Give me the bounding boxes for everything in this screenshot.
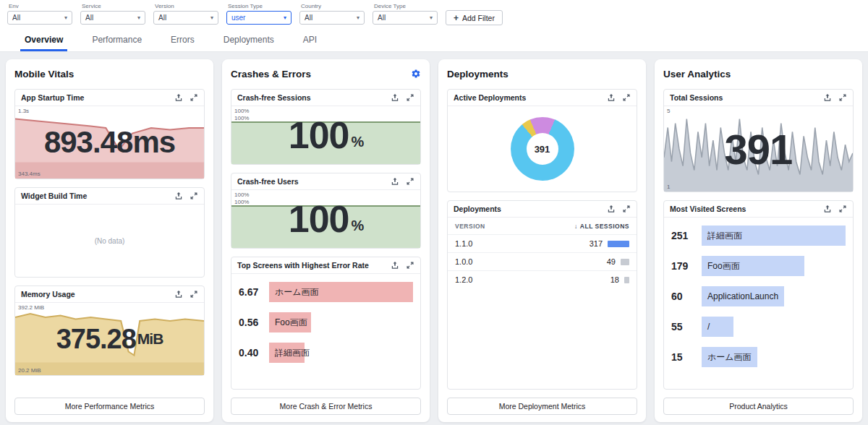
bar-row[interactable]: 55/ xyxy=(664,312,853,342)
bar-track: 詳細画面 xyxy=(269,343,413,363)
panel-title: Mobile Vitals xyxy=(14,69,74,80)
filter-device-type-select[interactable]: All ▾ xyxy=(373,11,438,25)
bar-value: 55 xyxy=(671,321,694,332)
card-memory-usage: Memory Usage 392.2 MiB 20.2 MiB 375.28Mi… xyxy=(14,286,205,376)
export-icon[interactable] xyxy=(174,93,183,102)
bar-value: 251 xyxy=(671,230,694,241)
export-icon[interactable] xyxy=(174,290,183,299)
bar-track: / xyxy=(702,317,846,337)
more-crash-error-metrics-button[interactable]: More Crash & Error Metrics xyxy=(231,398,421,415)
bar-row[interactable]: 251詳細画面 xyxy=(664,220,853,251)
most-visited-bar-list: 251詳細画面179Foo画面60ApplicationLaunch55/15ホ… xyxy=(664,218,853,375)
more-deployment-metrics-button[interactable]: More Deployment Metrics xyxy=(447,398,637,415)
product-analytics-button[interactable]: Product Analytics xyxy=(663,398,854,415)
filter-session-type-select[interactable]: user ▾ xyxy=(226,11,292,25)
chevron-down-icon: ▾ xyxy=(430,14,433,21)
card-widget-build-time: Widget Build Time (No data) xyxy=(14,187,205,278)
bar-row[interactable]: 60ApplicationLaunch xyxy=(664,281,853,312)
export-icon[interactable] xyxy=(391,93,399,102)
filter-env-select[interactable]: All ▾ xyxy=(7,11,72,25)
export-icon[interactable] xyxy=(823,93,832,102)
export-icon[interactable] xyxy=(823,205,832,213)
bar-fill: ApplicationLaunch xyxy=(702,286,784,306)
bar-fill: Foo画面 xyxy=(269,312,311,332)
filter-value: user xyxy=(231,14,245,22)
expand-icon[interactable] xyxy=(838,93,847,102)
total-sessions-chart[interactable]: 5 1 391 xyxy=(664,106,853,192)
card-crash-free-users: Crash-free Users 100% 100% 100% xyxy=(231,173,421,249)
deployment-session-count: 49 xyxy=(607,257,616,266)
bar-track: 詳細画面 xyxy=(702,226,846,246)
bar-row[interactable]: 6.67ホーム画面 xyxy=(231,277,420,307)
export-icon[interactable] xyxy=(607,205,616,213)
tab-performance[interactable]: Performance xyxy=(77,27,156,51)
tab-deployments[interactable]: Deployments xyxy=(209,27,289,51)
crash-free-sessions-chart[interactable]: 100% 100% 100% xyxy=(231,106,420,164)
add-filter-button[interactable]: + Add Filter xyxy=(446,10,503,25)
deployment-row[interactable]: 1.1.0317 xyxy=(448,234,637,252)
filter-country-select[interactable]: All ▾ xyxy=(299,11,365,25)
deployment-row[interactable]: 1.0.049 xyxy=(448,252,637,270)
chevron-down-icon: ▾ xyxy=(284,14,286,21)
bar-track: ApplicationLaunch xyxy=(702,286,846,306)
card-title: Total Sessions xyxy=(670,93,723,102)
tab-bar: Overview Performance Errors Deployments … xyxy=(0,27,868,52)
bar-value: 15 xyxy=(671,351,694,363)
card-most-visited-screens: Most Visited Screens 251詳細画面179Foo画面60Ap… xyxy=(663,200,854,390)
bar-row[interactable]: 0.40詳細画面 xyxy=(231,338,420,368)
donut[interactable]: 391 xyxy=(511,117,574,181)
y-axis-max: 5 xyxy=(667,108,670,114)
expand-icon[interactable] xyxy=(190,290,198,299)
expand-icon[interactable] xyxy=(838,205,847,213)
bar-track: Foo画面 xyxy=(702,256,846,276)
tab-errors[interactable]: Errors xyxy=(156,27,209,51)
expand-icon[interactable] xyxy=(622,93,631,102)
expand-icon[interactable] xyxy=(190,192,198,200)
expand-icon[interactable] xyxy=(622,205,631,213)
column-header-version: VERSION xyxy=(455,223,485,230)
y-axis-max: 100% xyxy=(234,192,249,198)
card-crash-free-sessions: Crash-free Sessions 100% 100% 100% xyxy=(231,89,421,165)
bar-row[interactable]: 15ホーム画面 xyxy=(664,342,853,372)
export-icon[interactable] xyxy=(607,93,616,102)
deployment-row[interactable]: 1.2.018 xyxy=(448,270,637,288)
bar-track: Foo画面 xyxy=(269,312,413,332)
panel-crashes-errors: Crashes & Errors Crash-free Sessions 100… xyxy=(222,59,430,422)
no-data-message: (No data) xyxy=(15,205,204,277)
bar-row[interactable]: 179Foo画面 xyxy=(664,251,853,281)
export-icon[interactable] xyxy=(391,261,399,270)
export-icon[interactable] xyxy=(174,192,183,200)
filter-label: Version xyxy=(155,3,218,9)
big-number: 893.48ms xyxy=(15,106,204,179)
filter-bar: Env All ▾ Service All ▾ Version All ▾ Se… xyxy=(0,0,868,27)
donut-center-value: 391 xyxy=(527,133,558,165)
deployment-session-bar xyxy=(621,259,629,265)
bar-label: Foo画面 xyxy=(275,317,307,329)
bar-row[interactable]: 0.56Foo画面 xyxy=(231,307,420,338)
filter-value: All xyxy=(305,14,312,22)
expand-icon[interactable] xyxy=(406,177,414,186)
export-icon[interactable] xyxy=(391,177,399,186)
app-startup-chart[interactable]: 1.3s 343.4ms 893.48ms xyxy=(15,106,204,179)
settings-gear-icon[interactable] xyxy=(411,69,421,79)
chevron-down-icon: ▾ xyxy=(210,14,213,21)
memory-usage-chart[interactable]: 392.2 MiB 20.2 MiB 375.28MiB xyxy=(15,303,204,375)
expand-icon[interactable] xyxy=(406,93,414,102)
crash-free-users-chart[interactable]: 100% 100% 100% xyxy=(231,190,420,248)
expand-icon[interactable] xyxy=(190,93,198,102)
deployment-version: 1.2.0 xyxy=(455,275,472,284)
tab-api[interactable]: API xyxy=(289,27,331,51)
expand-icon[interactable] xyxy=(406,261,414,270)
filter-version-select[interactable]: All ▾ xyxy=(153,11,218,25)
card-title: Crash-free Users xyxy=(237,177,299,186)
filter-value: All xyxy=(378,14,386,22)
panel-title: Deployments xyxy=(447,69,509,80)
tab-overview[interactable]: Overview xyxy=(10,27,77,51)
column-header-all-sessions[interactable]: ↓ ALL SESSIONS xyxy=(574,223,629,230)
bar-value: 60 xyxy=(671,291,694,302)
filter-service-select[interactable]: All ▾ xyxy=(80,11,145,25)
chevron-down-icon: ▾ xyxy=(137,14,140,21)
bar-fill: ホーム画面 xyxy=(269,282,413,302)
y-axis-min: 100% xyxy=(234,199,249,205)
more-performance-metrics-button[interactable]: More Performance Metrics xyxy=(14,398,205,415)
